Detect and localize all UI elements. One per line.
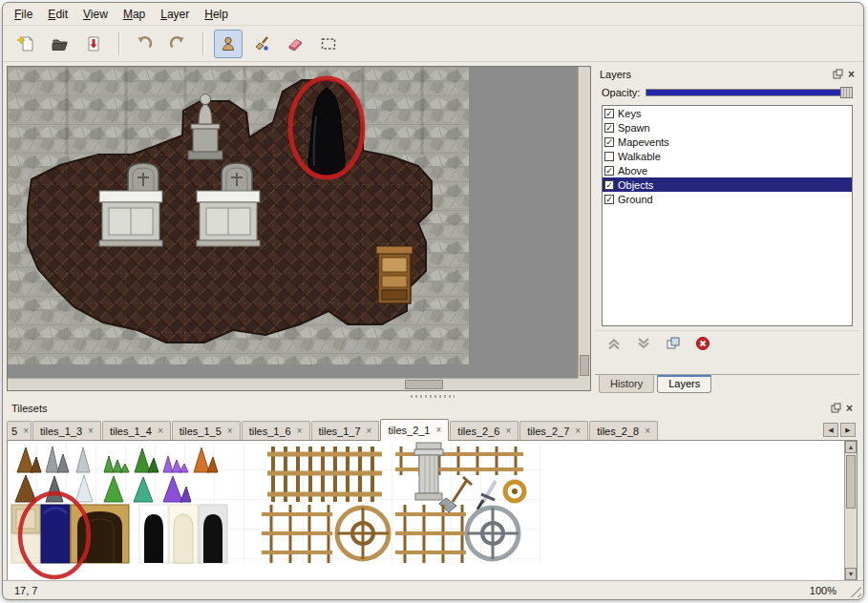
layer-row-mapevents[interactable]: Mapevents	[603, 135, 852, 149]
open-map-button[interactable]	[46, 30, 74, 58]
float-panel-icon[interactable]	[833, 69, 843, 81]
menu-view[interactable]: View	[75, 5, 116, 24]
menu-help[interactable]: Help	[197, 5, 236, 24]
delete-layer-button[interactable]	[693, 336, 712, 351]
resize-grip[interactable]	[848, 584, 861, 597]
new-file-icon	[17, 34, 36, 53]
layer-visibility-checkbox[interactable]	[604, 109, 614, 118]
menu-file[interactable]: File	[7, 5, 40, 24]
close-tab-icon[interactable]: ×	[367, 427, 372, 435]
layer-row-ground[interactable]: Ground	[603, 192, 852, 206]
layer-actions	[595, 330, 859, 354]
map-vertical-scrollbar-thumb[interactable]	[580, 355, 589, 376]
horizontal-splitter[interactable]	[7, 392, 857, 400]
eraser-tool-button[interactable]	[281, 30, 309, 58]
layer-visibility-checkbox[interactable]	[604, 152, 614, 161]
layer-visibility-checkbox[interactable]	[604, 123, 614, 133]
tab-tiles_1_6[interactable]: tiles_1_6×	[242, 421, 310, 440]
object-tool-button[interactable]	[214, 30, 243, 58]
tab-tiles_2_8[interactable]: tiles_2_8×	[589, 421, 658, 440]
map-vertical-scrollbar[interactable]	[578, 67, 590, 378]
tab-tiles_2_7[interactable]: tiles_2_7×	[519, 421, 588, 440]
layer-visibility-checkbox[interactable]	[604, 137, 614, 147]
save-map-button[interactable]	[79, 30, 108, 58]
tab-partial-5[interactable]: 5×	[7, 421, 32, 440]
opacity-label: Opacity:	[602, 87, 640, 98]
tileset-vertical-scrollbar[interactable]: ▲ ▼	[844, 441, 857, 580]
close-tab-icon[interactable]: ×	[158, 427, 163, 435]
tab-tiles_1_7[interactable]: tiles_1_7×	[311, 421, 380, 440]
cabinet	[376, 246, 413, 303]
close-tab-icon[interactable]: ×	[575, 427, 581, 435]
tab-tiles_2_6[interactable]: tiles_2_6×	[450, 421, 519, 440]
person-tool-icon	[219, 34, 238, 53]
tab-tiles_2_1[interactable]: tiles_2_1×	[380, 419, 449, 441]
menu-map[interactable]: Map	[116, 5, 153, 24]
layer-name: Objects	[618, 179, 653, 191]
layers-panel-header: Layers ×	[595, 66, 859, 83]
layer-row-keys[interactable]: Keys	[603, 106, 852, 120]
dock-tab-bar: History Layers	[595, 374, 859, 394]
cursor-coordinates: 17, 7	[14, 585, 37, 596]
tab-tiles_1_4[interactable]: tiles_1_4×	[102, 421, 171, 440]
toolbar-separator	[118, 32, 119, 55]
opacity-slider-track[interactable]	[646, 89, 853, 96]
map-horizontal-scrollbar-thumb[interactable]	[405, 380, 443, 389]
layer-row-above[interactable]: Above	[603, 163, 852, 177]
layer-row-objects[interactable]: Objects	[603, 177, 852, 192]
map-canvas[interactable]	[8, 67, 579, 379]
open-folder-icon	[51, 34, 70, 53]
new-map-button[interactable]	[12, 30, 41, 58]
tileset-view: ▲ ▼	[7, 440, 857, 581]
menu-layer[interactable]: Layer	[153, 5, 197, 24]
opacity-slider-handle[interactable]	[840, 87, 853, 98]
layer-name: Mapevents	[618, 136, 669, 148]
close-tab-icon[interactable]: ×	[436, 426, 442, 434]
tab-tiles_1_3[interactable]: tiles_1_3×	[32, 421, 101, 440]
layer-name: Keys	[618, 108, 641, 119]
close-tab-icon[interactable]: ×	[23, 427, 29, 435]
door-tiles	[11, 505, 227, 563]
selection-tool-button[interactable]	[314, 30, 343, 58]
scroll-down-arrow[interactable]: ▼	[845, 568, 857, 580]
brush-tool-icon	[252, 34, 271, 53]
undo-button[interactable]	[130, 30, 159, 58]
opacity-slider[interactable]	[646, 86, 853, 99]
tileset-canvas[interactable]	[8, 441, 844, 580]
brush-tool-button[interactable]	[247, 30, 276, 58]
layer-visibility-checkbox[interactable]	[604, 195, 614, 204]
layer-visibility-checkbox[interactable]	[604, 166, 614, 176]
tileset-scrollbar-thumb[interactable]	[846, 455, 856, 509]
redo-button[interactable]	[163, 30, 192, 58]
move-layer-down-button[interactable]	[634, 336, 653, 351]
float-panel-icon[interactable]	[831, 403, 841, 415]
close-panel-icon[interactable]: ×	[848, 70, 855, 79]
gravestone-right	[222, 163, 252, 193]
layer-row-walkable[interactable]: Walkable	[603, 149, 852, 163]
close-tab-icon[interactable]: ×	[645, 427, 650, 435]
scroll-up-arrow[interactable]: ▲	[845, 441, 857, 453]
duplicate-layer-button[interactable]	[664, 336, 683, 351]
status-bar: 17, 7 100%	[3, 580, 863, 599]
tab-history[interactable]: History	[599, 375, 654, 393]
layers-panel: Layers × Opacity: Keys Spawn	[595, 66, 859, 394]
close-panel-icon[interactable]: ×	[846, 404, 853, 413]
close-tab-icon[interactable]: ×	[227, 427, 233, 435]
scroll-tabs-left-button[interactable]: ◀	[823, 423, 838, 437]
menu-edit[interactable]: Edit	[40, 5, 75, 24]
close-tab-icon[interactable]: ×	[88, 427, 94, 435]
layer-name: Ground	[618, 194, 653, 205]
close-tab-icon[interactable]: ×	[297, 427, 303, 435]
tilesets-panel-header: Tilesets ×	[7, 400, 857, 417]
map-horizontal-scrollbar[interactable]	[8, 378, 578, 390]
layer-visibility-checkbox[interactable]	[604, 180, 614, 190]
move-layer-up-button[interactable]	[604, 336, 624, 351]
tomb-left	[99, 191, 162, 246]
scroll-tabs-right-button[interactable]: ▶	[840, 423, 856, 437]
layer-row-spawn[interactable]: Spawn	[603, 120, 852, 135]
tab-layers[interactable]: Layers	[657, 375, 711, 393]
menu-bar: File Edit View Map Layer Help	[3, 3, 863, 26]
tab-tiles_1_5[interactable]: tiles_1_5×	[172, 421, 241, 440]
close-tab-icon[interactable]: ×	[505, 427, 511, 435]
save-icon	[84, 34, 103, 53]
